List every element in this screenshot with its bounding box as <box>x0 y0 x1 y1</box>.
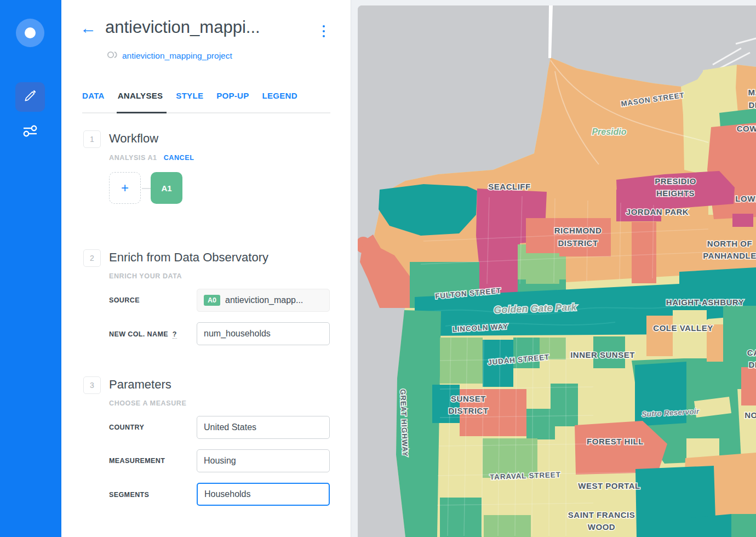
source-label: SOURCE <box>109 296 140 304</box>
map-label: SAINT FRANCIS <box>568 510 635 519</box>
layer-panel: ← antieviction_mappi... antieviction_map… <box>61 0 351 537</box>
map-label: INNER SUNSET <box>570 350 635 359</box>
parameters-subtitle: CHOOSE A MEASURE <box>109 399 186 407</box>
map-label: SEACLIFF <box>488 182 530 191</box>
edit-mode-button[interactable] <box>15 82 45 112</box>
app-rail <box>0 0 61 537</box>
map-label: MARINA <box>748 88 756 97</box>
map-label: DISTRICT <box>558 238 598 248</box>
project-link[interactable]: antieviction_mapping_project <box>122 51 232 61</box>
analysis-id-label: ANALYSIS A1 <box>109 154 157 162</box>
tab-legend[interactable]: LEGEND <box>262 91 297 107</box>
map-label: LOWER PACIFIC <box>735 194 756 203</box>
map-canvas[interactable]: MASON STREETPresidioMARINADISTRICTCOW HO… <box>358 5 756 537</box>
map-label: WEST PORTAL <box>578 481 640 490</box>
source-select[interactable]: A0 antieviction_mapp... <box>197 289 330 312</box>
layer-source-icon <box>107 50 118 61</box>
segments-value: Households <box>204 489 251 499</box>
newcol-value: num_households <box>204 329 271 339</box>
map-label: JORDAN PARK <box>626 207 689 216</box>
tab-data[interactable]: DATA <box>82 91 105 107</box>
map-label: NOE VALLEY <box>744 410 756 420</box>
back-arrow-button[interactable]: ← <box>80 20 96 36</box>
segments-label: SEGMENTS <box>109 491 149 499</box>
tab-style[interactable]: STYLE <box>176 91 203 107</box>
add-analysis-node[interactable]: + <box>109 172 141 204</box>
map-label: WOOD <box>588 522 615 532</box>
analysis-a1-node[interactable]: A1 <box>151 172 182 204</box>
node-connector <box>142 188 151 189</box>
parameters-title: Parameters <box>109 378 171 392</box>
map-label: HEIGHTS <box>656 188 695 198</box>
avatar[interactable] <box>16 19 44 47</box>
map-label: COW HOLLOW <box>737 124 756 133</box>
layer-title: antieviction_mappi... <box>105 18 308 37</box>
map-label: DISTRICT <box>448 406 488 415</box>
section-2-number: 2 <box>83 249 101 267</box>
panel-tabs: DATA ANALYSES STYLE POP-UP LEGEND <box>82 91 297 107</box>
map-label: Presidio <box>592 127 626 136</box>
measurement-value: Housing <box>204 456 236 466</box>
a0-badge: A0 <box>204 295 220 306</box>
segments-select[interactable]: Households <box>197 483 330 506</box>
map-label: PRESIDIO <box>655 176 696 186</box>
map-label: SUNSET <box>451 394 486 403</box>
workflow-title: Workflow <box>109 132 158 146</box>
tab-underline <box>82 112 330 113</box>
measurement-select[interactable]: Housing <box>197 449 330 472</box>
section-3-number: 3 <box>83 376 101 394</box>
map-label: DISTRICT <box>748 360 756 369</box>
map-label: HAIGHT-ASHBURY <box>666 298 744 307</box>
measurement-label: MEASUREMENT <box>109 457 165 465</box>
enrich-subtitle: ENRICH YOUR DATA <box>109 272 182 280</box>
map-label: FOREST HILL <box>587 437 644 446</box>
kebab-menu-button[interactable] <box>319 23 329 39</box>
country-select[interactable]: United States <box>197 416 330 439</box>
map-label: RICHMOND <box>554 226 602 235</box>
country-value: United States <box>204 422 256 432</box>
tab-analyses[interactable]: ANALYSES <box>118 91 163 107</box>
map-label: PANHANDLE <box>703 251 756 260</box>
sliders-icon <box>22 123 38 141</box>
newcol-label: NEW COL. NAME <box>109 330 168 338</box>
map-label: NORTH OF <box>707 239 752 248</box>
source-value: antieviction_mapp... <box>225 295 303 305</box>
help-icon[interactable]: ? <box>173 330 177 339</box>
map-label: CASTRO <box>747 348 756 357</box>
pencil-icon <box>23 89 37 105</box>
choropleth-map: MASON STREETPresidioMARINADISTRICTCOW HO… <box>358 5 756 537</box>
widgets-mode-button[interactable] <box>15 117 45 147</box>
section-1-number: 1 <box>83 130 101 148</box>
cancel-button[interactable]: CANCEL <box>164 154 194 162</box>
newcol-input[interactable]: num_households <box>197 322 330 345</box>
country-label: COUNTRY <box>109 424 144 431</box>
map-label: COLE VALLEY <box>653 323 713 333</box>
map-label: DISTRICT <box>748 100 756 110</box>
tab-popup[interactable]: POP-UP <box>216 91 249 107</box>
enrich-title: Enrich from Data Observatory <box>109 250 268 265</box>
